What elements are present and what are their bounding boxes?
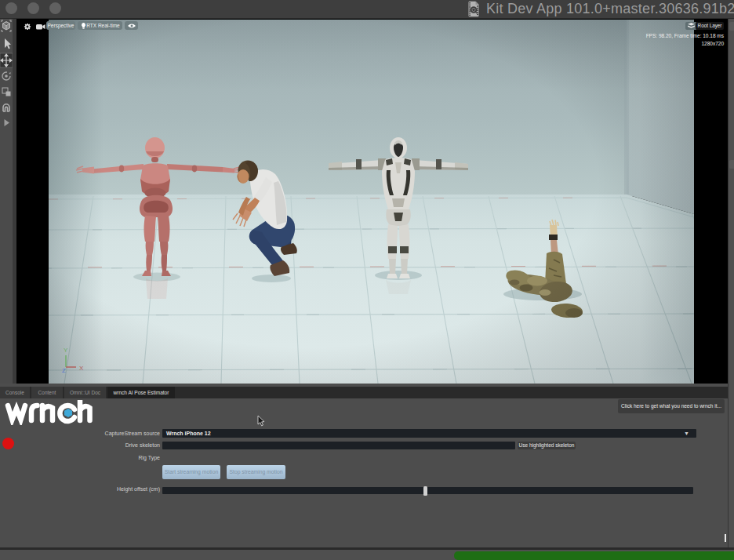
svg-text:X: X [79, 365, 84, 372]
svg-text:Z: Z [62, 367, 66, 374]
svg-text:Y: Y [64, 347, 68, 354]
